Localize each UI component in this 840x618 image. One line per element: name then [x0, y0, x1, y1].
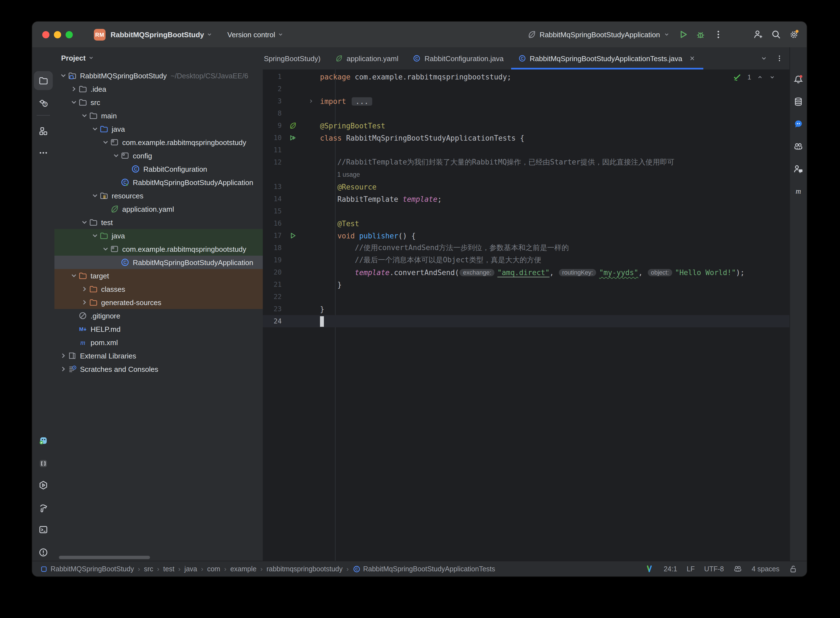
debug-bug-icon[interactable] [696, 30, 706, 39]
gutter-run-all-icon[interactable] [289, 134, 297, 142]
tree-row-rabbitmqspringbootstudy[interactable]: RabbitMQSpringBootStudy~/Desktop/CS/Java… [55, 69, 263, 82]
tree-row-target[interactable]: target [55, 269, 263, 282]
chevron-up-icon[interactable] [757, 74, 763, 80]
tool-button-more-dots[interactable] [34, 143, 53, 162]
gutter-leaf-icon[interactable] [289, 122, 297, 129]
indent-widget[interactable]: 4 spaces [752, 565, 779, 573]
tool-button-structure[interactable] [34, 122, 53, 141]
settings-gear-icon[interactable] [789, 30, 799, 39]
vcs-v-icon[interactable] [645, 565, 654, 573]
minimize-window-button[interactable] [54, 31, 61, 38]
tree-row-src[interactable]: src [55, 96, 263, 109]
tree-row-help-md[interactable]: MHELP.md [55, 322, 263, 336]
breadcrumb-item-example[interactable]: example [230, 565, 257, 573]
copilot-small-icon[interactable] [733, 565, 742, 573]
tool-button-build-hammer[interactable] [34, 499, 53, 517]
breadcrumb-item-src[interactable]: src [144, 565, 153, 573]
tab-rabbitmqspringbootstudyapplicationtests-java[interactable]: CRabbitMqSpringBootStudyApplicationTests… [511, 47, 703, 70]
tree-row-java[interactable]: java [55, 229, 263, 242]
tool-button-bell[interactable] [792, 73, 805, 86]
gutter-run-icon[interactable] [289, 232, 297, 239]
chevron-down-icon[interactable] [59, 71, 68, 80]
tab-application-yaml[interactable]: application.yaml [328, 47, 405, 70]
caret-position-widget[interactable]: 24:1 [663, 565, 677, 573]
chevron-down-icon[interactable] [101, 245, 110, 253]
tree-row-test[interactable]: test [55, 215, 263, 229]
tree-row-classes[interactable]: classes [55, 282, 263, 296]
kebab-icon[interactable] [776, 55, 783, 62]
lock-open-icon[interactable] [789, 565, 798, 573]
tool-button-problems[interactable] [34, 543, 53, 562]
chevron-right-icon[interactable] [59, 365, 68, 373]
usage-inlay-hint[interactable]: 1 usage [337, 171, 360, 178]
chevron-down-icon[interactable] [101, 138, 110, 147]
breadcrumb-item-com[interactable]: com [207, 565, 220, 573]
breadcrumb-item-java[interactable]: java [184, 565, 197, 573]
chevron-right-icon[interactable] [70, 85, 78, 94]
close-tab-icon[interactable] [688, 55, 696, 62]
project-panel-header[interactable]: Project [61, 51, 95, 64]
tool-button-chat-bubble[interactable] [792, 117, 805, 131]
tree-row-generated-sources[interactable]: generated-sources [55, 296, 263, 309]
tool-button-people-chat[interactable] [792, 162, 805, 175]
tree-row-application-yaml[interactable]: application.yaml [55, 202, 263, 215]
tool-button-terminal[interactable] [34, 520, 53, 539]
play-icon[interactable] [678, 30, 688, 39]
chevron-down-icon[interactable] [760, 55, 768, 62]
tree-row-scratches-and-consoles[interactable]: Scratches and Consoles [55, 362, 263, 376]
chevron-down-icon[interactable] [769, 74, 776, 80]
tree-row-main[interactable]: main [55, 109, 263, 122]
kebab-icon[interactable] [713, 30, 723, 39]
tree-row-pom-xml[interactable]: mpom.xml [55, 336, 263, 349]
tool-button-database[interactable] [792, 95, 805, 108]
tool-button-project-folder-tool[interactable] [34, 71, 53, 90]
tree-row-config[interactable]: config [55, 149, 263, 162]
inspection-widget[interactable]: 1 [733, 73, 776, 82]
breadcrumb-item-rabbitmqspringbootstudy[interactable]: RabbitMQSpringBootStudy [40, 565, 134, 573]
tool-button-maven-stripe[interactable]: m [792, 184, 805, 198]
chevron-right-icon[interactable] [80, 285, 89, 293]
encoding-widget[interactable]: UTF-8 [704, 565, 724, 573]
chevron-down-icon[interactable] [278, 31, 284, 38]
chevron-down-icon[interactable] [70, 98, 78, 107]
tab-springbootstudy-[interactable]: SpringBootStudy) [263, 47, 328, 70]
tool-button-mascot[interactable] [34, 431, 53, 450]
tool-button-brackets[interactable] [34, 454, 53, 473]
tree-row--gitignore[interactable]: .gitignore [55, 309, 263, 322]
chevron-down-icon[interactable] [206, 31, 213, 38]
tree-row-rabbitmqspringbootstudyapplication[interactable]: CRabbitMqSpringBootStudyApplication [55, 175, 263, 189]
tree-horizontal-scrollbar[interactable] [59, 556, 150, 559]
tool-button-vcs-question[interactable]: ? [34, 94, 53, 112]
tree-row-com-example-rabbitmqspringbootstudy[interactable]: com.example.rabbitmqspringbootstudy [55, 135, 263, 149]
search-icon[interactable] [771, 30, 781, 39]
tab-rabbitconfiguration-java[interactable]: CRabbitConfiguration.java [405, 47, 511, 70]
tree-row--idea[interactable]: .idea [55, 82, 263, 96]
close-window-button[interactable] [42, 31, 49, 38]
tool-button-services[interactable] [34, 476, 53, 495]
chevron-down-icon[interactable] [112, 151, 120, 160]
breadcrumb-item-rabbitmqspringbootstudy[interactable]: rabbitmqspringbootstudy [266, 565, 343, 573]
project-selector[interactable]: RabbitMQSpringBootStudy [111, 30, 204, 39]
breadcrumb-item-rabbitmqspringbootstudyapplicationtests[interactable]: CRabbitMqSpringBootStudyApplicationTests [353, 565, 495, 573]
tree-row-com-example-rabbitmqspringbootstudy[interactable]: com.example.rabbitmqspringbootstudy [55, 242, 263, 256]
tree-row-java[interactable]: java [55, 122, 263, 135]
chevron-down-icon[interactable] [70, 271, 78, 280]
run-configuration-selector[interactable]: RabbitMqSpringBootStudyApplication [527, 30, 670, 39]
chevron-down-icon[interactable] [91, 191, 99, 200]
user-plus-icon[interactable] [753, 30, 763, 39]
chevron-down-icon[interactable] [80, 111, 89, 120]
tree-row-external-libraries[interactable]: External Libraries [55, 349, 263, 362]
chevron-down-icon[interactable] [91, 125, 99, 134]
chevron-down-icon[interactable] [91, 231, 99, 240]
tree-row-rabbitmqspringbootstudyapplication[interactable]: CRabbitMqSpringBootStudyApplication [55, 256, 263, 269]
chevron-right-icon[interactable] [80, 298, 89, 307]
tree-row-resources[interactable]: resources [55, 189, 263, 202]
version-control-menu[interactable]: Version control [227, 30, 275, 39]
fold-chevron-icon[interactable] [308, 98, 315, 104]
tool-button-copilot[interactable] [792, 140, 805, 153]
code-editor[interactable]: 1package com.example.rabbitmqspringboots… [263, 70, 790, 561]
chevron-right-icon[interactable] [59, 351, 68, 360]
line-ending-widget[interactable]: LF [687, 565, 695, 573]
zoom-window-button[interactable] [65, 31, 73, 38]
tree-row-rabbitconfiguration[interactable]: CRabbitConfiguration [55, 162, 263, 175]
